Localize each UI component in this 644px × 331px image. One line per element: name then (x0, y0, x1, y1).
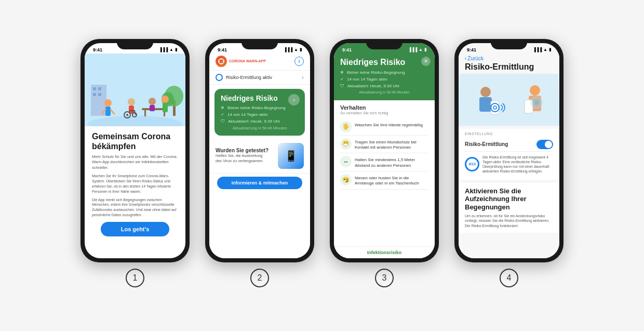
wifi-icon-2: ▲ (294, 47, 298, 52)
phone-number-1: 1 (126, 269, 144, 287)
svg-point-13 (104, 99, 112, 107)
los-gehts-button[interactable]: Los geht's (101, 222, 170, 236)
green-row3-text: Aktualisiert: Heute, 9:39 Uhr (228, 119, 280, 124)
phone-notch-4 (491, 39, 527, 49)
green-header-row3: 🛡 Aktualisiert: Heute, 9:39 Uhr (340, 84, 428, 88)
wash-hands-icon: 🖐 (340, 121, 352, 133)
phone2-content: CORONA WARN-APP i Risiko-Ermittlung akti… (209, 54, 310, 258)
phone-inner-1: 9:41 ▐▐▐ ▲ ▮ (85, 43, 185, 258)
phone1-title-text: Gemeinsam Coronabékämpfen (92, 132, 170, 151)
wifi-icon: ▲ (169, 47, 173, 52)
green-card[interactable]: Niedriges Risiko › ❄ Bisher keine Risiko… (214, 89, 305, 136)
phone-inner-2: 9:41 ▐▐▐ ▲ ▮ (209, 43, 310, 258)
svg-rect-3 (144, 110, 146, 116)
svg-rect-11 (93, 93, 96, 96)
svg-point-22 (149, 98, 156, 105)
green-header-row2: ✓ 14 von 14 Tagen aktiv (340, 77, 428, 82)
green-card-title: Niedriges Risiko (221, 94, 299, 102)
more-section-label: Infektionsrisiko (334, 246, 435, 258)
battery-icon-2: ▮ (300, 47, 302, 52)
status-icons-2: ▐▐▐ ▲ ▮ (284, 47, 302, 52)
verhalten-text-3: Halten Sie mindestens 1,5 Meter Abstand … (355, 156, 428, 168)
green-card-row3: 🛡 Aktualisiert: Heute, 9:39 Uhr (221, 119, 299, 124)
phone4-bottom: Aktivieren Sie die Aufzeichnung Ihrer Be… (459, 180, 559, 233)
phone1-body1: Mehr Schutz für Sie und uns alle. Mit de… (92, 154, 178, 171)
svg-rect-34 (491, 101, 499, 114)
green-row2-text: 14 von 14 Tagen aktiv (227, 112, 268, 117)
phone3-content: ✕ Niedriges Risiko ❄ Bisher keine Risiko… (334, 54, 435, 258)
verhalten-text-4: Niesen oder husten Sie in die Armbeuge o… (355, 174, 428, 187)
mask-icon: 😷 (340, 138, 352, 150)
verhalten-row-2: 😷 Tragen Sie einen Mundschutz bei Kontak… (340, 136, 428, 154)
verhalten-section: Verhalten So verhalten Sie sich richtig … (340, 104, 428, 190)
battery-icon: ▮ (175, 47, 177, 52)
svg-rect-12 (98, 93, 101, 96)
info-button[interactable]: i (294, 57, 304, 66)
phone3-body: Verhalten So verhalten Sie sich richtig … (334, 100, 435, 246)
verhalten-text-1: Waschen Sie Ihre Hände regelmäßig (355, 121, 423, 128)
svg-point-20 (126, 114, 128, 116)
battery-icon-3: ▮ (424, 47, 426, 52)
green-card-row1: ❄ Bisher keine Risiko-Begegnung (221, 105, 299, 110)
svg-point-32 (480, 87, 491, 97)
phone4-illustration (459, 74, 559, 126)
sneeze-icon: 🤧 (340, 174, 352, 186)
battery-icon-4: ▮ (549, 47, 551, 52)
inform-button[interactable]: Informieren & mitmachen (217, 177, 303, 189)
risk-active-row[interactable]: Risiko-Ermittlung aktiv › (209, 70, 310, 85)
phone4-bottom-title: Aktivieren Sie die Aufzeichnung Ihrer Be… (465, 187, 553, 211)
svg-rect-33 (479, 97, 492, 112)
phone-number-3: 3 (375, 269, 394, 287)
svg-rect-31 (460, 74, 558, 126)
snowflake-icon: ❄ (221, 105, 224, 110)
tested-info: Wurden Sie getestet? Helfen Sie, die Aus… (216, 148, 269, 164)
status-time-2: 9:41 (218, 47, 227, 52)
signal-icon-3: ▐▐▐ (408, 47, 417, 52)
phone2-header: CORONA WARN-APP i (209, 54, 310, 69)
green-header-row1: ❄ Bisher keine Risiko-Begegnung (340, 70, 428, 75)
status-time-3: 9:41 (342, 47, 352, 52)
progress-circle: 4/14 (465, 157, 479, 171)
signal-icon-2: ▐▐▐ (284, 47, 292, 52)
phone-frame-1: 9:41 ▐▐▐ ▲ ▮ (81, 39, 190, 262)
tested-section: Wurden Sie getestet? Helfen Sie, die Aus… (209, 139, 310, 174)
wifi-icon-3: ▲ (419, 47, 423, 52)
back-label: Zurück (467, 56, 484, 61)
phone-frame-4: 9:41 ▐▐▐ ▲ ▮ ‹ Zurück Risiko-Ermittlung (454, 39, 564, 262)
phone-notch-3 (366, 39, 403, 49)
header-row2-text: 14 von 14 Tagen aktiv (347, 77, 387, 82)
progress-row: 4/14 Die Risiko-Ermittlung ist seit insg… (465, 152, 553, 177)
phone1-body2: Machen Sie Ihr Smartphone zum Corona-War… (92, 174, 178, 194)
phone1-body3: Die App merkt sich Begegnungen zwischen … (92, 197, 178, 218)
phone-group-2: 9:41 ▐▐▐ ▲ ▮ (205, 39, 314, 287)
shield-icon: 🛡 (221, 119, 225, 124)
phone-notch-2 (242, 39, 278, 49)
chevron-left-icon: ‹ (465, 56, 466, 61)
phone-frame-3: 9:41 ▐▐▐ ▲ ▮ ✕ Niedriges Risiko ❄ Bis (330, 39, 439, 262)
status-icons-3: ▐▐▐ ▲ ▮ (408, 47, 426, 52)
progress-text: Die Risiko-Ermittlung ist seit insgesamt… (482, 155, 553, 174)
tested-illustration: 📱 (278, 143, 304, 169)
close-button[interactable]: ✕ (421, 57, 431, 66)
corona-logo: CORONA WARN-APP (216, 56, 266, 67)
setting-text: Risiko-Ermittlung (465, 141, 508, 147)
risk-row-left: Risiko-Ermittlung aktiv (216, 74, 272, 81)
verhalten-row-3: ↔ Halten Sie mindestens 1,5 Meter Abstan… (340, 153, 428, 171)
phone1-heading: Gemeinsam Coronabékämpfen (92, 131, 178, 151)
svg-rect-9 (93, 87, 96, 90)
svg-rect-14 (105, 107, 111, 116)
phone-inner-3: 9:41 ▐▐▐ ▲ ▮ ✕ Niedriges Risiko ❄ Bis (334, 43, 435, 258)
phone-inner-4: 9:41 ▐▐▐ ▲ ▮ ‹ Zurück Risiko-Ermittlung (459, 43, 559, 258)
svg-point-37 (530, 85, 540, 96)
back-button[interactable]: ‹ Zurück (465, 56, 553, 61)
svg-point-24 (162, 96, 169, 103)
green-update-text-3: Aktualisierung in 58:46 Minuten (340, 90, 428, 94)
phone-group-1: 9:41 ▐▐▐ ▲ ▮ (81, 39, 190, 287)
svg-rect-10 (98, 87, 101, 90)
svg-rect-25 (163, 103, 168, 112)
page-container: 9:41 ▐▐▐ ▲ ▮ (65, 29, 579, 303)
toggle-switch[interactable] (536, 140, 553, 149)
phone1-text-area: Gemeinsam Coronabékämpfen Mehr Schutz fü… (85, 126, 185, 258)
green-card-row2: ✓ 14 von 14 Tagen aktiv (221, 112, 299, 117)
phone1-illustration (85, 54, 185, 126)
